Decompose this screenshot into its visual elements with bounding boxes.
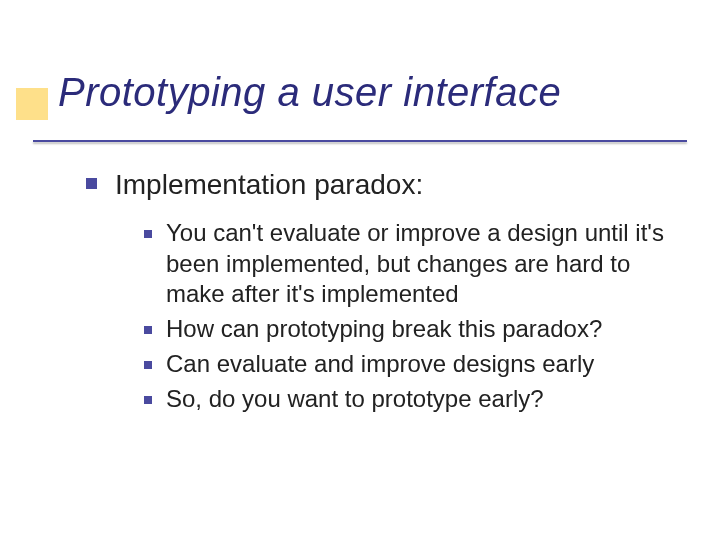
title-underline xyxy=(33,140,687,142)
slide-content: Implementation paradox: You can't evalua… xyxy=(86,167,670,414)
list-item-text: Can evaluate and improve designs early xyxy=(166,349,594,380)
title-accent-square xyxy=(16,88,48,120)
list-item: You can't evaluate or improve a design u… xyxy=(144,218,670,310)
slide: Prototyping a user interface Implementat… xyxy=(0,0,720,540)
square-bullet-icon xyxy=(144,361,152,369)
list-item: Can evaluate and improve designs early xyxy=(144,349,670,380)
title-wrap: Prototyping a user interface xyxy=(58,70,670,122)
list-item-text: You can't evaluate or improve a design u… xyxy=(166,218,666,310)
list-item-text: How can prototyping break this paradox? xyxy=(166,314,602,345)
list-item-text: Implementation paradox: xyxy=(115,167,423,202)
square-bullet-icon xyxy=(144,326,152,334)
list-item-text: So, do you want to prototype early? xyxy=(166,384,544,415)
slide-title: Prototyping a user interface xyxy=(58,70,670,122)
sub-list: You can't evaluate or improve a design u… xyxy=(144,218,670,414)
list-item: Implementation paradox: xyxy=(86,167,670,202)
square-bullet-icon xyxy=(144,396,152,404)
square-bullet-icon xyxy=(144,230,152,238)
list-item: How can prototyping break this paradox? xyxy=(144,314,670,345)
square-bullet-icon xyxy=(86,178,97,189)
list-item: So, do you want to prototype early? xyxy=(144,384,670,415)
